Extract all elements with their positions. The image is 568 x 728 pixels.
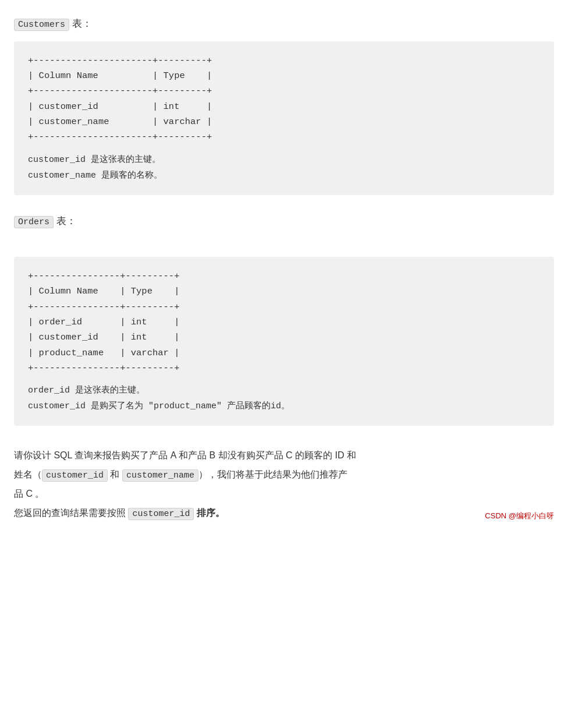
orders-table-desc: order_id 是这张表的主键。 customer_id 是购买了名为 "pr… — [28, 383, 540, 414]
customers-table-section: +----------------------+---------+ | Col… — [14, 41, 554, 195]
customers-table-desc: customer_id 是这张表的主键。 customer_name 是顾客的名… — [28, 152, 540, 183]
customers-desc-line2: customer_name 是顾客的名称。 — [28, 168, 540, 183]
orders-code-label: Orders — [14, 216, 54, 228]
orders-heading-suffix: 表： — [54, 215, 76, 227]
question-line4-suf: 排序。 — [194, 508, 224, 518]
question-line2-suf: ），我们将基于此结果为他们推荐产 — [198, 469, 347, 479]
question-line2-pre: 姓名（ — [14, 469, 42, 479]
question-line2-mid: 和 — [108, 469, 122, 479]
orders-desc-line2: customer_id 是购买了名为 "product_name" 产品顾客的i… — [28, 398, 540, 414]
orders-table-section: +----------------+---------+ | Column Na… — [14, 257, 554, 426]
question-line4-pre: 您返回的查询结果需要按照 — [14, 508, 128, 518]
question-code-customer-name: customer_name — [122, 469, 198, 482]
question-line3: 品 C 。 — [14, 485, 554, 503]
orders-heading: Orders 表： — [14, 214, 554, 229]
orders-table-ascii: +----------------+---------+ | Column Na… — [28, 268, 540, 376]
footer-text: CSDN @编程小白呀 — [485, 509, 554, 524]
customers-heading: Customers 表： — [14, 16, 554, 32]
question-code-customer-id: customer_id — [42, 469, 108, 482]
question-line4-row: 您返回的查询结果需要按照 customer_id 排序。 CSDN @编程小白呀 — [14, 504, 554, 524]
customers-table-ascii: +----------------------+---------+ | Col… — [28, 53, 540, 145]
question-line2: 姓名（customer_id 和 customer_name），我们将基于此结果… — [14, 466, 554, 485]
customers-code-label: Customers — [14, 19, 69, 31]
question-line4: 您返回的查询结果需要按照 customer_id 排序。 — [14, 504, 225, 523]
question-code-order-by: customer_id — [128, 508, 194, 520]
question-line1: 请你设计 SQL 查询来报告购买了产品 A 和产品 B 却没有购买产品 C 的顾… — [14, 447, 554, 464]
customers-heading-suffix: 表： — [69, 18, 92, 29]
question-section: 请你设计 SQL 查询来报告购买了产品 A 和产品 B 却没有购买产品 C 的顾… — [14, 447, 554, 523]
orders-desc-line1: order_id 是这张表的主键。 — [28, 383, 540, 398]
customers-desc-line1: customer_id 是这张表的主键。 — [28, 152, 540, 168]
